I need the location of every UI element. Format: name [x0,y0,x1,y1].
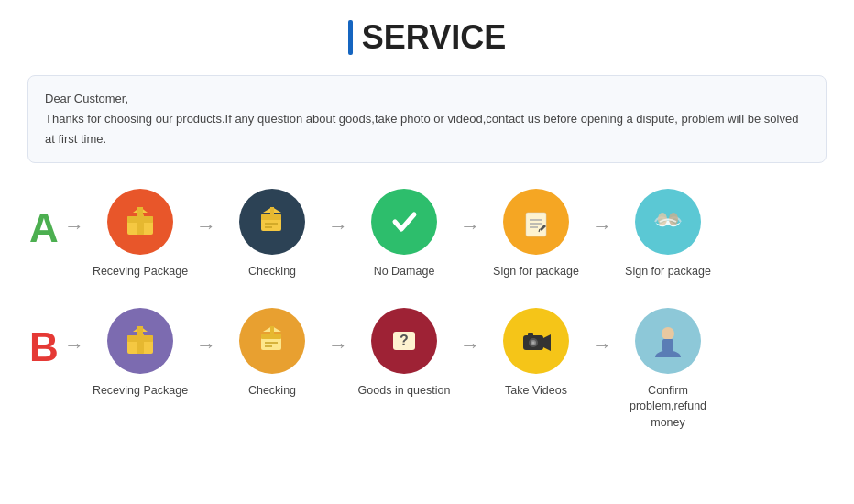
step-label-a1: Receving Package [93,264,188,280]
icon-circle-a4 [503,189,569,255]
page-title: SERVICE [27,18,827,57]
step-a5: Sign for package [608,189,728,280]
row-label-a: A [27,205,60,251]
step-b1: Receving Package [81,308,200,400]
svg-rect-2 [137,214,144,235]
question-icon-b3: ? [384,321,424,361]
flow-row-a: A → Receving Package → [27,189,827,280]
svg-point-34 [532,341,535,344]
checkmark-icon-a3 [384,202,424,242]
svg-rect-38 [662,339,673,352]
row-label-b: B [27,324,60,370]
step-a2: Checking [213,189,332,280]
svg-rect-25 [270,326,274,334]
step-label-a4: Sign for package [493,264,579,280]
icon-circle-a5 [635,189,701,255]
svg-text:?: ? [400,333,409,348]
svg-rect-36 [528,333,533,337]
checking-icon-b2 [252,321,292,361]
step-label-b3: Goods in question [358,383,451,400]
icon-circle-b4 [503,308,569,374]
notice-line2: Thanks for choosing our products.If any … [45,109,809,149]
icon-circle-b1 [107,308,173,374]
step-b2: Checking [213,308,332,400]
svg-rect-8 [261,214,281,220]
step-label-b5: Confirm problem,refund money [618,383,718,432]
flow-row-b: B → Receving Package → [27,308,827,432]
package-icon-a1 [120,202,160,242]
step-b3: ? Goods in question [345,308,464,400]
step-a4: Sign for package [476,189,596,280]
camera-icon-b4 [516,321,556,361]
icon-circle-a1 [107,189,173,255]
title-text: SERVICE [362,18,506,57]
step-label-a2: Checking [248,264,296,280]
step-label-b4: Take Videos [505,383,567,400]
step-a1: Receving Package [81,189,200,280]
person-icon-b5 [648,321,688,361]
step-label-b1: Receving Package [93,383,188,400]
step-a3: No Damage [345,189,464,280]
checking-icon-a2 [252,202,292,242]
icon-circle-b2 [239,308,305,374]
svg-marker-35 [543,334,551,351]
step-b5: Confirm problem,refund money [608,308,728,432]
svg-rect-11 [526,213,546,236]
icon-circle-a3 [371,189,437,255]
svg-rect-20 [137,334,144,354]
handshake-icon-a5 [648,202,688,242]
step-label-a5: Sign for package [625,264,711,280]
sign-icon-a4 [516,202,556,242]
icon-circle-b5 [635,308,701,374]
svg-rect-26 [261,334,281,339]
step-b4: Take Videos [476,308,596,400]
icon-circle-a2 [239,189,305,255]
step-label-a3: No Damage [374,264,435,280]
title-accent-bar [348,20,353,55]
svg-rect-7 [270,207,274,214]
svg-rect-22 [137,326,143,334]
package-icon-b1 [120,321,160,361]
step-label-b2: Checking [248,383,296,400]
notice-line1: Dear Customer, [45,89,809,109]
icon-circle-b3: ? [371,308,437,374]
svg-rect-4 [137,207,143,214]
svg-point-37 [662,327,674,340]
notice-box: Dear Customer, Thanks for choosing our p… [27,75,827,163]
